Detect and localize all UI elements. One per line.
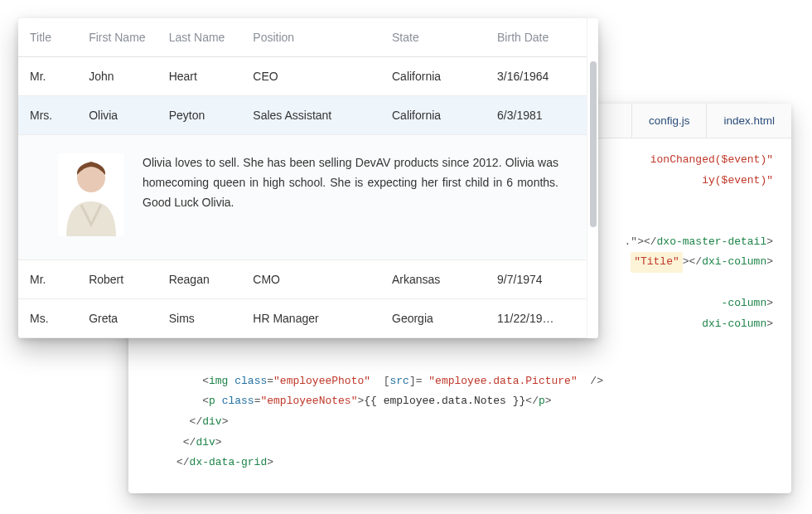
employee-photo xyxy=(58,153,124,236)
cell: 3/16/1964 xyxy=(486,57,587,96)
cell: Heart xyxy=(157,57,242,96)
col-position[interactable]: Position xyxy=(241,18,380,57)
cell: California xyxy=(380,96,486,135)
code-line: <img class="employeePhoto" [src]= "emplo… xyxy=(176,371,773,392)
cell: Georgia xyxy=(380,299,486,338)
code-line: <p class="employeeNotes">{{ employee.dat… xyxy=(176,391,773,412)
cell: California xyxy=(380,57,486,96)
tab-config-js[interactable]: config.js xyxy=(631,104,707,138)
scrollbar-track[interactable] xyxy=(587,18,598,338)
col-first-name[interactable]: First Name xyxy=(77,18,157,57)
code-line: </dx-data-grid> xyxy=(176,453,773,473)
table-row[interactable]: Mr.JohnHeartCEOCalifornia3/16/1964 xyxy=(18,57,587,96)
data-grid-card: Title First Name Last Name Position Stat… xyxy=(18,18,598,338)
tab-index-html[interactable]: index.html xyxy=(706,104,791,138)
cell: 9/7/1974 xyxy=(486,260,587,299)
col-state[interactable]: State xyxy=(380,18,486,57)
cell: 6/3/1981 xyxy=(486,96,587,135)
cell: 11/22/19… xyxy=(486,299,587,338)
cell: John xyxy=(77,57,157,96)
col-birth-date[interactable]: Birth Date xyxy=(486,18,587,57)
table-row[interactable]: Ms.GretaSimsHR ManagerGeorgia11/22/19… xyxy=(18,299,587,338)
cell: HR Manager xyxy=(241,299,380,338)
cell: Mr. xyxy=(18,57,77,96)
cell: Sims xyxy=(157,299,242,338)
detail-row: Olivia loves to sell. She has been selli… xyxy=(18,135,587,260)
scrollbar-thumb[interactable] xyxy=(590,61,597,227)
cell: CEO xyxy=(241,57,380,96)
employee-notes: Olivia loves to sell. She has been selli… xyxy=(143,153,558,212)
cell: Olivia xyxy=(77,96,157,135)
code-line: </div> xyxy=(176,433,773,453)
employee-table: Title First Name Last Name Position Stat… xyxy=(18,18,587,338)
cell: Reagan xyxy=(157,260,242,299)
cell: Mr. xyxy=(18,260,77,299)
code-line: </div> xyxy=(176,412,773,433)
table-header-row: Title First Name Last Name Position Stat… xyxy=(18,18,587,57)
col-title[interactable]: Title xyxy=(18,18,77,57)
col-last-name[interactable]: Last Name xyxy=(157,18,242,57)
cell: Robert xyxy=(77,260,157,299)
cell: CMO xyxy=(241,260,380,299)
cell: Sales Assistant xyxy=(241,96,380,135)
cell: Peyton xyxy=(157,96,242,135)
cell: Ms. xyxy=(18,299,77,338)
cell: Mrs. xyxy=(18,96,77,135)
table-row[interactable]: Mr.RobertReaganCMOArkansas9/7/1974 xyxy=(18,260,587,299)
cell: Greta xyxy=(77,299,157,338)
cell: Arkansas xyxy=(380,260,486,299)
table-row[interactable]: Mrs.OliviaPeytonSales AssistantCaliforni… xyxy=(18,96,587,135)
